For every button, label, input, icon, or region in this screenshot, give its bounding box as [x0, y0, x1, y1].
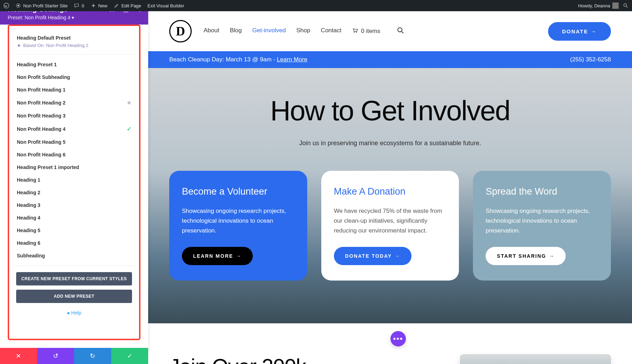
arrow-right-icon: →: [591, 28, 597, 34]
preset-item-label: Heading Preset 1: [17, 62, 57, 67]
preset-item[interactable]: Heading Preset 1 imported: [13, 161, 135, 174]
preset-item[interactable]: Non Profit Heading 6: [13, 148, 135, 161]
nav-shop[interactable]: Shop: [296, 27, 310, 36]
preset-item[interactable]: Heading 2: [13, 186, 135, 199]
search-icon[interactable]: [397, 27, 404, 36]
preset-item-label: Heading 2: [17, 190, 40, 195]
donate-button[interactable]: DONATE→: [548, 22, 611, 41]
wp-admin-bar: Non Profit Starter Site 0 New Edit Page …: [0, 0, 632, 11]
start-sharing-button[interactable]: START SHARING →: [486, 247, 566, 265]
undo-button[interactable]: ↺: [37, 348, 74, 364]
create-preset-button[interactable]: CREATE NEW PRESET FROM CURRENT STYLES: [16, 272, 132, 285]
preset-item[interactable]: Heading 3: [13, 199, 135, 211]
edit-page-link[interactable]: Edit Page: [114, 3, 141, 8]
card-title: Spread the Word: [486, 186, 598, 197]
save-button[interactable]: ✓: [111, 348, 149, 364]
card-body: Showcasing ongoing research projects, te…: [182, 206, 295, 236]
help-link[interactable]: ● Help: [16, 307, 132, 316]
site-name-link[interactable]: Non Profit Starter Site: [15, 3, 67, 8]
preset-item[interactable]: Heading 5: [13, 224, 135, 237]
exit-visual-builder[interactable]: Exit Visual Builder: [147, 3, 184, 8]
preset-item[interactable]: Heading Preset 1: [13, 58, 135, 71]
avatar: [612, 2, 619, 9]
user-greeting[interactable]: Howdy, Deanna: [578, 2, 619, 9]
svg-point-3: [624, 4, 626, 6]
arrow-right-icon: →: [395, 253, 400, 259]
preset-item-label: Subheading: [17, 253, 45, 258]
heading-settings-panel: Heading Settings Preset: Non Profit Head…: [0, 0, 148, 353]
svg-point-4: [354, 32, 355, 33]
arrow-right-icon: →: [236, 253, 242, 259]
nav-contact[interactable]: Contact: [321, 27, 342, 36]
preset-item-label: Heading 1: [17, 177, 40, 183]
nav-blog[interactable]: Blog: [230, 27, 242, 36]
donate-today-button[interactable]: DONATE TODAY →: [334, 247, 412, 265]
preset-item[interactable]: Heading 4: [13, 211, 135, 224]
hero-section: How to Get Involved Join us in preservin…: [148, 68, 632, 323]
cart-icon: [352, 27, 358, 35]
card-title: Make A Donation: [334, 186, 447, 197]
preset-item-default[interactable]: Heading Default Preset ★ Based On: Non P…: [13, 32, 135, 55]
card-spread-word: Spread the Word Showcasing ongoing resea…: [473, 171, 611, 281]
preset-item-label: Heading 4: [17, 215, 40, 221]
preset-item-label: Non Profit Heading 4: [17, 126, 65, 132]
join-image: [460, 354, 611, 364]
wp-logo[interactable]: [4, 3, 9, 8]
preset-item-label: Non Profit Heading 2: [17, 100, 65, 106]
nav-about[interactable]: About: [204, 27, 219, 36]
preset-item[interactable]: Heading 6: [13, 237, 135, 249]
preset-item-label: Non Profit Heading 3: [17, 113, 65, 119]
preset-item[interactable]: Subheading: [13, 249, 135, 262]
card-body: We have recycled 75% of the waste from o…: [334, 206, 447, 236]
chevron-down-icon: ▾: [72, 15, 74, 20]
preset-item[interactable]: Non Profit Heading 4✓: [13, 122, 135, 136]
page-preview: D About Blog Get-involved Shop Contact 0…: [148, 11, 632, 364]
card-title: Become a Volunteer: [182, 186, 295, 197]
preset-dropdown-toggle[interactable]: Preset: Non Profit Heading 4 ▾: [8, 15, 140, 20]
site-header: D About Blog Get-involved Shop Contact 0…: [148, 11, 632, 51]
cancel-button[interactable]: ✕: [0, 348, 37, 364]
preset-item-label: Heading 5: [17, 228, 40, 233]
announcement-link[interactable]: Learn More: [277, 56, 307, 63]
svg-point-6: [398, 28, 402, 32]
star-icon: ★: [127, 100, 131, 106]
announcement-phone: (255) 352-6258: [570, 56, 611, 63]
card-volunteer: Become a Volunteer Showcasing ongoing re…: [169, 171, 307, 281]
preset-item[interactable]: Non Profit Heading 5: [13, 136, 135, 148]
announcement-bar: Beach Cleanup Day: March 13 @ 9am - Lear…: [148, 51, 632, 68]
svg-point-5: [356, 32, 357, 33]
preset-item[interactable]: Non Profit Heading 3: [13, 109, 135, 122]
main-nav: About Blog Get-involved Shop Contact 0 i…: [204, 27, 404, 36]
check-icon: ✓: [127, 126, 131, 132]
preset-item[interactable]: Non Profit Subheading: [13, 71, 135, 83]
nav-cart[interactable]: 0 items: [352, 27, 380, 36]
join-title: Join Over 200k: [169, 354, 306, 364]
hero-title: How to Get Involved: [148, 95, 632, 127]
nav-get-involved[interactable]: Get-involved: [252, 27, 285, 36]
svg-point-2: [18, 5, 19, 7]
announcement-text: Beach Cleanup Day: March 13 @ 9am - Lear…: [169, 56, 307, 63]
new-link[interactable]: New: [91, 3, 107, 8]
preset-item-label: Non Profit Subheading: [17, 74, 70, 80]
comments-link[interactable]: 0: [74, 3, 84, 8]
preset-item-label: Non Profit Heading 5: [17, 139, 65, 145]
preset-item-label: Heading 6: [17, 240, 40, 246]
preset-item-label: Heading Preset 1 imported: [17, 164, 79, 170]
preset-item[interactable]: Heading 1: [13, 174, 135, 186]
section-settings-button[interactable]: •••: [390, 331, 406, 346]
cards-row: Become a Volunteer Showcasing ongoing re…: [148, 171, 632, 281]
preset-dropdown: Heading Default Preset ★ Based On: Non P…: [8, 25, 140, 340]
site-logo[interactable]: D: [169, 20, 192, 42]
preset-item-label: Heading 3: [17, 202, 40, 208]
preset-item-label: Non Profit Heading 6: [17, 152, 65, 157]
hero-subtitle: Join us in preserving marine ecosystems …: [148, 140, 632, 147]
admin-search-icon[interactable]: [623, 3, 628, 8]
redo-button[interactable]: ↻: [74, 348, 111, 364]
learn-more-button[interactable]: LEARN MORE →: [182, 247, 253, 265]
add-preset-button[interactable]: ADD NEW PRESET: [16, 290, 132, 303]
arrow-right-icon: →: [549, 253, 554, 259]
card-body: Showcasing ongoing research projects, te…: [486, 206, 598, 236]
panel-action-bar: ✕ ↺ ↻ ✓: [0, 348, 148, 364]
preset-item[interactable]: Non Profit Heading 1: [13, 83, 135, 96]
preset-item[interactable]: Non Profit Heading 2★: [13, 96, 135, 109]
